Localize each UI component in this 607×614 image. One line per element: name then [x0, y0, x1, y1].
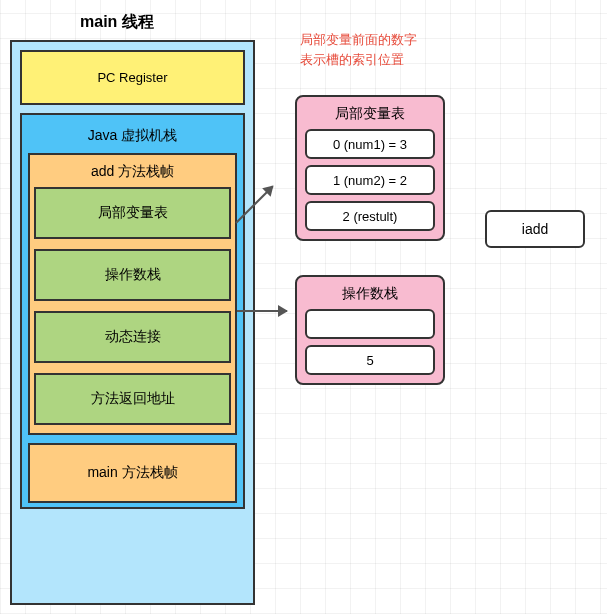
local-vars-label: 局部变量表 — [98, 204, 168, 222]
return-addr-box: 方法返回地址 — [34, 373, 231, 425]
note-line1: 局部变量前面的数字 — [300, 32, 417, 47]
add-frame-title: add 方法栈帧 — [34, 159, 231, 187]
main-thread-title: main 线程 — [80, 12, 154, 33]
return-addr-label: 方法返回地址 — [91, 390, 175, 408]
operand-stack-label: 操作数栈 — [105, 266, 161, 284]
instruction-box: iadd — [485, 210, 585, 248]
vm-stack-title: Java 虚拟机栈 — [28, 121, 237, 153]
local-var-slot-1: 1 (num2) = 2 — [305, 165, 435, 195]
main-method-frame: main 方法栈帧 — [28, 443, 237, 503]
arrow-operandstack — [237, 310, 287, 312]
thread-stack-container: PC Register Java 虚拟机栈 add 方法栈帧 局部变量表 操作数… — [10, 40, 255, 605]
local-vars-box: 局部变量表 — [34, 187, 231, 239]
add-method-frame: add 方法栈帧 局部变量表 操作数栈 动态连接 方法返回地址 — [28, 153, 237, 435]
operand-stack-row-1: 5 — [305, 345, 435, 375]
main-frame-label: main 方法栈帧 — [87, 464, 177, 482]
local-var-slot-0: 0 (num1) = 3 — [305, 129, 435, 159]
slot-index-note: 局部变量前面的数字 表示槽的索引位置 — [300, 30, 417, 69]
operand-stack-detail-title: 操作数栈 — [305, 283, 435, 309]
note-line2: 表示槽的索引位置 — [300, 52, 404, 67]
operand-stack-row-0 — [305, 309, 435, 339]
java-vm-stack: Java 虚拟机栈 add 方法栈帧 局部变量表 操作数栈 动态连接 方法返回地… — [20, 113, 245, 509]
local-var-slot-2: 2 (restult) — [305, 201, 435, 231]
operand-stack-detail: 操作数栈 5 — [295, 275, 445, 385]
dynamic-link-label: 动态连接 — [105, 328, 161, 346]
pc-register-label: PC Register — [97, 70, 167, 85]
instruction-label: iadd — [522, 221, 548, 237]
dynamic-link-box: 动态连接 — [34, 311, 231, 363]
pc-register-box: PC Register — [20, 50, 245, 105]
operand-stack-box: 操作数栈 — [34, 249, 231, 301]
local-vars-detail-title: 局部变量表 — [305, 103, 435, 129]
local-vars-detail: 局部变量表 0 (num1) = 3 1 (num2) = 2 2 (restu… — [295, 95, 445, 241]
